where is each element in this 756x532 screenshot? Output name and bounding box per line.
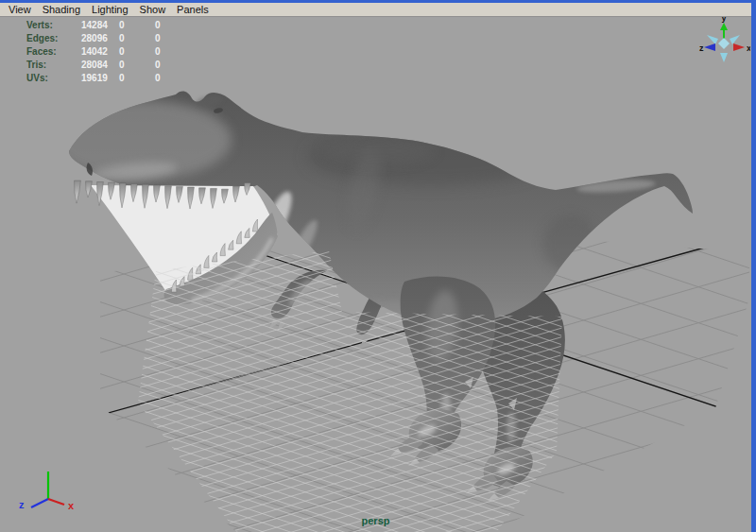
hud-value: 0 <box>119 73 155 83</box>
poly-count-hud: Verts:1428400Edges:2809600Faces:1404200T… <box>26 18 183 84</box>
hud-value: 0 <box>155 33 183 43</box>
camera-name-label: persp <box>0 515 751 526</box>
gizmo-x-label: x <box>68 500 75 511</box>
panel-menu-bar: ViewShadingLightingShowPanels <box>0 3 751 17</box>
gizmo-z-label: z <box>19 499 25 510</box>
hud-row-faces: Faces:1404200 <box>26 44 183 58</box>
hud-label: UVs: <box>26 73 81 83</box>
compass-z-cone <box>704 43 715 51</box>
hud-value: 0 <box>119 20 155 30</box>
gizmo-x-axis <box>48 499 64 505</box>
compass-s-cone <box>720 53 728 62</box>
gizmo-z-axis <box>31 499 48 507</box>
menu-item-show[interactable]: Show <box>136 4 174 15</box>
hud-value: 14284 <box>81 20 119 30</box>
maya-viewport-window: ViewShadingLightingShowPanels Verts:1428… <box>0 0 756 532</box>
hud-value: 0 <box>155 20 183 30</box>
hud-label: Verts: <box>26 20 81 30</box>
active-view-border-top <box>0 0 756 3</box>
hud-value: 14042 <box>81 46 119 57</box>
hud-row-verts: Verts:1428400 <box>26 18 183 31</box>
menu-item-shading[interactable]: Shading <box>39 4 88 15</box>
hud-value: 28084 <box>81 60 119 70</box>
hud-label: Tris: <box>26 60 81 70</box>
hud-value: 0 <box>155 60 183 70</box>
compass-center <box>718 38 730 49</box>
menu-item-panels[interactable]: Panels <box>173 4 216 15</box>
active-view-border-right <box>751 0 756 532</box>
hud-value: 0 <box>119 60 155 70</box>
hud-value: 28096 <box>81 33 119 43</box>
menu-item-view[interactable]: View <box>5 4 39 15</box>
hud-value: 0 <box>155 73 183 83</box>
hud-row-uvs: UVs:1961900 <box>26 71 183 84</box>
hud-label: Edges: <box>26 33 81 43</box>
compass-x-cone <box>733 43 745 51</box>
view-compass[interactable]: y z x <box>696 11 750 66</box>
hud-value: 0 <box>119 33 155 43</box>
hud-label: Faces: <box>26 46 81 57</box>
compass-y-cone <box>720 23 728 30</box>
hud-value: 0 <box>119 46 155 57</box>
compass-ne-cone <box>730 35 740 44</box>
trex-model[interactable] <box>52 92 693 501</box>
compass-nw-cone <box>707 35 718 44</box>
hud-row-edges: Edges:2809600 <box>26 31 183 44</box>
hud-value: 0 <box>155 46 183 57</box>
hud-row-tris: Tris:2808400 <box>26 58 183 71</box>
compass-x-label: x <box>747 43 750 53</box>
menu-item-lighting[interactable]: Lighting <box>88 4 136 15</box>
trex-mouth <box>75 180 278 304</box>
compass-z-label: z <box>699 43 704 53</box>
hud-value: 19619 <box>81 73 119 83</box>
